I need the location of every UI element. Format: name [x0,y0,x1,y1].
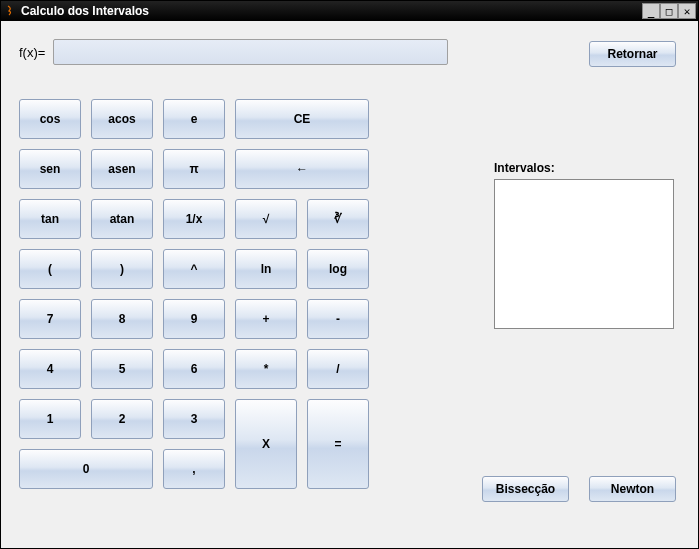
intervals-list[interactable] [494,179,674,329]
retornar-button[interactable]: Retornar [589,41,676,67]
key-power[interactable]: ^ [163,249,225,289]
calculator-keypad: cos acos e CE sen asen π ← tan atan 1/x … [19,99,419,489]
key-1[interactable]: 1 [19,399,81,439]
key-ce[interactable]: CE [235,99,369,139]
key-equals[interactable]: = [307,399,369,489]
key-back[interactable]: ← [235,149,369,189]
key-5[interactable]: 5 [91,349,153,389]
key-sqrt[interactable]: √ [235,199,297,239]
key-0[interactable]: 0 [19,449,153,489]
newton-button[interactable]: Newton [589,476,676,502]
key-4[interactable]: 4 [19,349,81,389]
key-acos[interactable]: acos [91,99,153,139]
key-divide[interactable]: / [307,349,369,389]
intervals-label: Intervalos: [494,161,676,175]
close-button[interactable]: ✕ [678,3,696,19]
key-pi[interactable]: π [163,149,225,189]
java-icon [3,4,17,18]
app-window: Calculo dos Intervalos _ □ ✕ f(x)= Retor… [0,0,699,549]
key-9[interactable]: 9 [163,299,225,339]
intervals-panel: Intervalos: [494,161,676,329]
key-minus[interactable]: - [307,299,369,339]
key-cos[interactable]: cos [19,99,81,139]
key-multiply[interactable]: * [235,349,297,389]
content-area: f(x)= Retornar cos acos e CE sen asen π … [1,21,698,548]
key-inverse[interactable]: 1/x [163,199,225,239]
key-tan[interactable]: tan [19,199,81,239]
key-cbrt[interactable]: ∛ [307,199,369,239]
key-log[interactable]: log [307,249,369,289]
key-2[interactable]: 2 [91,399,153,439]
key-7[interactable]: 7 [19,299,81,339]
window-title: Calculo dos Intervalos [21,4,149,18]
minimize-button[interactable]: _ [642,3,660,19]
titlebar: Calculo dos Intervalos _ □ ✕ [1,1,698,21]
key-plus[interactable]: + [235,299,297,339]
key-comma[interactable]: , [163,449,225,489]
key-sen[interactable]: sen [19,149,81,189]
key-lparen[interactable]: ( [19,249,81,289]
key-asen[interactable]: asen [91,149,153,189]
key-8[interactable]: 8 [91,299,153,339]
key-3[interactable]: 3 [163,399,225,439]
key-x[interactable]: X [235,399,297,489]
key-atan[interactable]: atan [91,199,153,239]
fx-label: f(x)= [19,45,45,60]
key-rparen[interactable]: ) [91,249,153,289]
key-6[interactable]: 6 [163,349,225,389]
key-e[interactable]: e [163,99,225,139]
key-ln[interactable]: ln [235,249,297,289]
fx-input[interactable] [53,39,448,65]
bisseccao-button[interactable]: Bissecção [482,476,569,502]
maximize-button[interactable]: □ [660,3,678,19]
